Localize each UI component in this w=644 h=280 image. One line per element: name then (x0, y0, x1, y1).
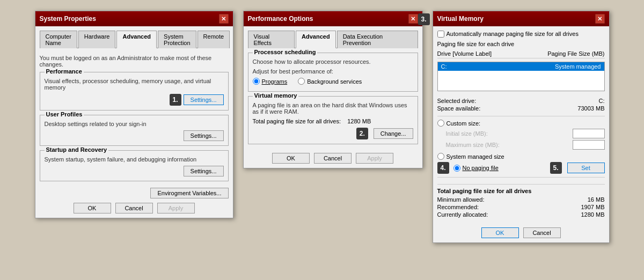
performance-description: Visual effects, processor scheduling, me… (45, 78, 224, 91)
admin-note: You must be logged on as an Administrato… (40, 55, 229, 68)
performance-options-close-button[interactable]: ✕ (408, 14, 418, 24)
space-available-value: 73003 MB (577, 105, 604, 112)
tab-hardware[interactable]: Hardware (78, 31, 116, 48)
startup-recovery-section: Startup and Recovery System startup, sys… (40, 150, 229, 181)
tab-computer-name[interactable]: Computer Name (40, 31, 77, 48)
dialog1-ok-button[interactable]: OK (74, 203, 111, 213)
dialog2-apply-button[interactable]: Apply (356, 153, 393, 164)
tab-advanced-perf[interactable]: Advanced (296, 31, 336, 48)
virtual-memory-description: A paging file is an area on the hard dis… (253, 102, 413, 115)
performance-settings-button[interactable]: Settings... (184, 94, 224, 105)
dialog3-ok-button[interactable]: OK (481, 227, 519, 238)
drive-column: Drive [Volume Label] (437, 50, 492, 57)
programs-label: Programs (262, 78, 288, 85)
background-label: Background services (307, 78, 362, 85)
max-size-input[interactable] (573, 140, 605, 150)
tab-system-protection[interactable]: System Protection (158, 31, 196, 48)
virtual-memory-close-button[interactable]: ✕ (595, 14, 605, 24)
system-properties-dialog: System Properties ✕ Computer Name Hardwa… (35, 11, 233, 218)
virtual-memory-section: Virtual memory A paging file is an area … (248, 96, 418, 144)
performance-label: Performance (45, 68, 84, 75)
auto-manage-label: Automatically manage paging file size fo… (447, 31, 579, 37)
total-paging-section: Total paging file size for all drives Mi… (437, 184, 605, 219)
change-button[interactable]: Change... (374, 128, 413, 139)
virtual-memory-dialog: 3. Virtual Memory ✕ Automatically manage… (433, 11, 610, 243)
virtual-memory-title-bar: Virtual Memory ✕ (433, 11, 609, 26)
system-managed-radio-row: System managed size (437, 153, 605, 160)
initial-size-label: Initial size (MB): (446, 130, 488, 137)
dialog3-cancel-button[interactable]: Cancel (523, 227, 561, 238)
recommended-value: 1907 MB (581, 204, 604, 210)
custom-size-label: Custom size: (447, 120, 481, 127)
user-profiles-label: User Profiles (45, 111, 84, 117)
user-profiles-section: User Profiles Desktop settings related t… (40, 115, 229, 146)
recommended-label: Recommended: (437, 204, 479, 210)
selected-drive-value: C: (599, 98, 605, 104)
startup-recovery-settings-button[interactable]: Settings... (184, 166, 224, 176)
dialog1-cancel-button[interactable]: Cancel (115, 203, 153, 213)
drive-list-item[interactable]: C: System managed (438, 62, 604, 71)
dialog2-cancel-button[interactable]: Cancel (314, 153, 352, 164)
performance-section: Performance Visual effects, processor sc… (40, 72, 229, 110)
step4-badge: 4. (437, 162, 449, 174)
custom-size-radio[interactable] (437, 120, 444, 127)
startup-recovery-label: Startup and Recovery (45, 146, 109, 153)
system-properties-tabs: Computer Name Hardware Advanced System P… (40, 31, 229, 48)
system-properties-close-button[interactable]: ✕ (219, 14, 229, 24)
performance-options-title-bar: Performance Options ✕ (244, 11, 422, 26)
processor-scheduling-section: Processor scheduling Choose how to alloc… (248, 53, 418, 92)
dialog2-ok-button[interactable]: OK (272, 153, 310, 164)
virtual-memory-body: Automatically manage paging file size fo… (433, 26, 609, 242)
adjust-label: Adjust for best performance of: (253, 68, 413, 75)
performance-options-title: Performance Options (248, 15, 313, 23)
tab-advanced[interactable]: Advanced (116, 31, 157, 48)
drive-letter: C: (441, 63, 447, 70)
step5-badge: 5. (550, 162, 562, 174)
performance-options-dialog: Performance Options ✕ Visual Effects Adv… (243, 11, 423, 168)
selected-drive-label: Selected drive: (437, 98, 477, 104)
no-paging-label: No paging file (463, 165, 499, 171)
initial-size-input[interactable] (573, 129, 605, 138)
virtual-memory-label: Virtual memory (253, 92, 299, 99)
step3-badge: 3. (418, 13, 430, 25)
programs-radio[interactable] (253, 78, 260, 85)
system-properties-title: System Properties (40, 15, 96, 23)
total-paging-title: Total paging file size for all drives (437, 188, 605, 194)
tab-remote[interactable]: Remote (197, 31, 230, 48)
system-managed-radio[interactable] (437, 153, 444, 160)
user-profiles-description: Desktop settings related to your sign-in (45, 121, 224, 127)
no-paging-radio[interactable] (453, 165, 460, 172)
system-properties-title-bar: System Properties ✕ (35, 11, 233, 26)
user-profiles-settings-button[interactable]: Settings... (184, 130, 224, 141)
currently-allocated-label: Currently allocated: (437, 211, 488, 218)
processor-scheduling-label: Processor scheduling (253, 49, 318, 55)
background-radio[interactable] (298, 78, 305, 85)
currently-allocated-value: 1280 MB (581, 211, 604, 218)
drive-column-header: Drive [Volume Label] Paging File Size (M… (437, 50, 605, 58)
auto-manage-checkbox[interactable] (437, 31, 444, 38)
selected-drive-info: Selected drive: C: Space available: 7300… (437, 97, 605, 113)
max-size-label: Maximum size (MB): (446, 142, 500, 148)
startup-recovery-description: System startup, system failure, and debu… (45, 156, 224, 163)
paging-size-column: Paging File Size (MB) (547, 50, 604, 57)
tab-visual-effects[interactable]: Visual Effects (248, 31, 295, 48)
total-paging-label: Total paging file size for all drives: 1… (253, 118, 371, 124)
performance-options-body: Visual Effects Advanced Data Execution P… (244, 26, 422, 168)
no-paging-radio-row: No paging file (453, 165, 499, 172)
tab-dep[interactable]: Data Execution Prevention (337, 31, 418, 48)
step2-badge: 2. (356, 128, 368, 139)
system-properties-body: Computer Name Hardware Advanced System P… (35, 26, 233, 218)
programs-radio-row: Programs (253, 78, 288, 85)
dialog1-apply-button[interactable]: Apply (157, 203, 195, 213)
drive-size: System managed (555, 63, 601, 70)
processor-scheduling-description: Choose how to allocate processor resourc… (253, 58, 413, 65)
drive-list: C: System managed (437, 62, 605, 91)
total-paging-value: 1280 MB (347, 118, 371, 124)
set-button[interactable]: Set (567, 163, 605, 173)
initial-size-row: Initial size (MB): (446, 129, 605, 138)
env-variables-button[interactable]: Envirogment Variables... (150, 188, 228, 198)
system-managed-label: System managed size (447, 153, 504, 160)
step1-badge: 1. (170, 94, 181, 106)
paging-header: Paging file size for each drive (437, 41, 605, 47)
virtual-memory-body-wrapper: Automatically manage paging file size fo… (433, 26, 609, 242)
